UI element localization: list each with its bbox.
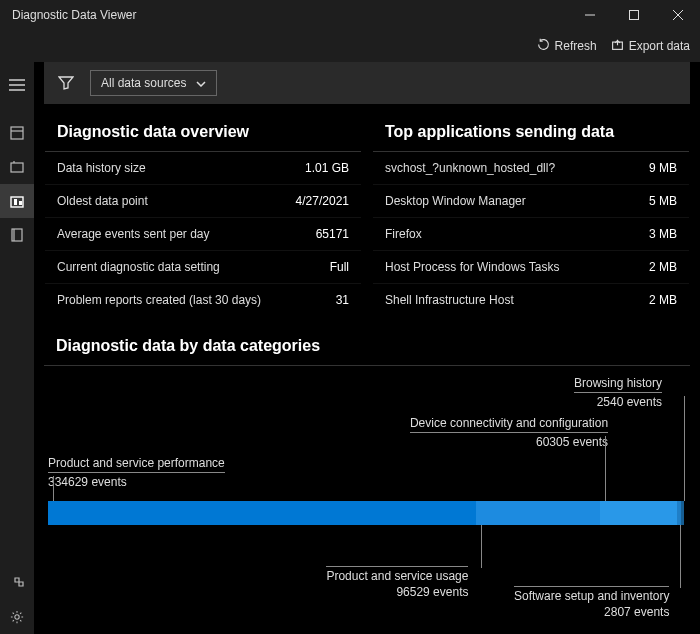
table-row: svchost_?unknown_hosted_dll?9 MB (373, 152, 689, 185)
card-title: Diagnostic data by data categories (44, 327, 690, 365)
dropdown-label: All data sources (101, 76, 186, 90)
table-row: Desktop Window Manager5 MB (373, 185, 689, 218)
row-value: 5 MB (649, 194, 677, 208)
svg-rect-14 (19, 201, 22, 205)
command-bar: Refresh Export data (0, 30, 700, 62)
table-row: Firefox3 MB (373, 218, 689, 251)
row-label: Problem reports created (last 30 days) (57, 293, 261, 307)
maximize-button[interactable] (612, 0, 656, 30)
table-row: Oldest data point4/27/2021 (45, 185, 361, 218)
callout-value: 334629 events (48, 475, 225, 489)
callout-value: 60305 events (410, 435, 608, 449)
nav-rail (0, 62, 34, 634)
table-row: Average events sent per day65171 (45, 218, 361, 251)
row-value: Full (330, 260, 349, 274)
callout-value: 2540 events (574, 395, 662, 409)
row-label: Current diagnostic data setting (57, 260, 220, 274)
table-row: Current diagnostic data settingFull (45, 251, 361, 284)
table-row: Data history size1.01 GB (45, 152, 361, 185)
chevron-down-icon (196, 76, 206, 90)
row-label: Desktop Window Manager (385, 194, 526, 208)
main-content: All data sources Diagnostic data overvie… (34, 62, 700, 634)
table-row: Host Process for Windows Tasks2 MB (373, 251, 689, 284)
callout-label: Product and service usage (326, 566, 468, 583)
callout-label: Product and service performance (48, 456, 225, 473)
export-icon (611, 38, 624, 54)
row-value: 9 MB (649, 161, 677, 175)
row-label: Oldest data point (57, 194, 148, 208)
hamburger-button[interactable] (0, 68, 34, 102)
export-label: Export data (629, 39, 690, 53)
filter-button[interactable] (52, 69, 80, 97)
table-row: Problem reports created (last 30 days)31 (45, 284, 361, 316)
chart-segment[interactable] (681, 501, 684, 525)
callout-value: 2807 events (514, 605, 669, 619)
refresh-button[interactable]: Refresh (537, 38, 597, 54)
refresh-icon (537, 38, 550, 54)
minimize-button[interactable] (568, 0, 612, 30)
nav-item-events[interactable] (0, 116, 34, 150)
callout-value: 96529 events (326, 585, 468, 599)
chart-segment[interactable] (476, 501, 600, 525)
row-value: 1.01 GB (305, 161, 349, 175)
card-title: Top applications sending data (373, 113, 689, 151)
row-value: 65171 (316, 227, 349, 241)
chart-segment[interactable] (600, 501, 677, 525)
nav-item-settings[interactable] (0, 600, 34, 634)
row-label: Host Process for Windows Tasks (385, 260, 560, 274)
svg-rect-8 (11, 127, 23, 139)
row-value: 3 MB (649, 227, 677, 241)
row-label: Data history size (57, 161, 146, 175)
nav-item-feedback[interactable] (0, 566, 34, 600)
svg-rect-1 (630, 11, 639, 20)
row-value: 2 MB (649, 260, 677, 274)
app-title: Diagnostic Data Viewer (12, 8, 137, 22)
nav-item-book[interactable] (0, 218, 34, 252)
refresh-label: Refresh (555, 39, 597, 53)
nav-item-about[interactable] (0, 184, 34, 218)
card-title: Diagnostic data overview (45, 113, 361, 151)
row-label: Firefox (385, 227, 422, 241)
export-button[interactable]: Export data (611, 38, 690, 54)
callout-label: Browsing history (574, 376, 662, 393)
overview-card: Diagnostic data overview Data history si… (44, 112, 362, 317)
row-label: Average events sent per day (57, 227, 210, 241)
svg-rect-10 (11, 163, 23, 172)
chart-callout: Software setup and inventory2807 events (514, 586, 669, 619)
chart-segment[interactable] (48, 501, 476, 525)
categories-chart: Product and service performance334629 ev… (48, 366, 686, 631)
row-value: 2 MB (649, 293, 677, 307)
chart-callout: Product and service performance334629 ev… (48, 456, 225, 489)
data-source-dropdown[interactable]: All data sources (90, 70, 217, 96)
svg-rect-13 (14, 199, 17, 205)
close-button[interactable] (656, 0, 700, 30)
filter-bar: All data sources (44, 62, 690, 104)
chart-callout: Browsing history2540 events (574, 376, 662, 409)
topapps-card: Top applications sending data svchost_?u… (372, 112, 690, 317)
chart-callout: Product and service usage96529 events (326, 566, 468, 599)
svg-point-17 (15, 615, 19, 619)
row-label: Shell Infrastructure Host (385, 293, 514, 307)
row-label: svchost_?unknown_hosted_dll? (385, 161, 555, 175)
table-row: Shell Infrastructure Host2 MB (373, 284, 689, 316)
callout-label: Device connectivity and configuration (410, 416, 608, 433)
title-bar: Diagnostic Data Viewer (0, 0, 700, 30)
row-value: 31 (336, 293, 349, 307)
chart-callout: Device connectivity and configuration603… (410, 416, 608, 449)
row-value: 4/27/2021 (296, 194, 349, 208)
callout-label: Software setup and inventory (514, 586, 669, 603)
categories-card: Diagnostic data by data categories Produ… (44, 327, 690, 631)
nav-item-problems[interactable] (0, 150, 34, 184)
